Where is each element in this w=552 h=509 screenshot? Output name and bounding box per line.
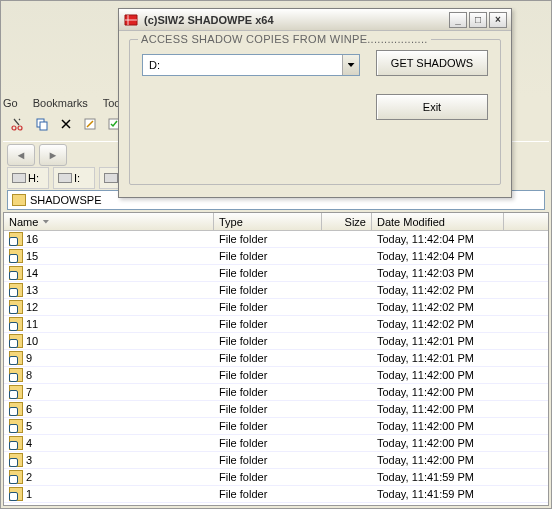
svg-point-1 bbox=[18, 126, 22, 130]
table-row[interactable]: 10File folderToday, 11:42:01 PM bbox=[4, 333, 548, 350]
file-date: Today, 11:41:59 PM bbox=[372, 471, 504, 483]
menu-go[interactable]: Go bbox=[3, 97, 18, 109]
file-rows: 16File folderToday, 11:42:04 PM15File fo… bbox=[4, 231, 548, 503]
table-row[interactable]: 7File folderToday, 11:42:00 PM bbox=[4, 384, 548, 401]
sort-desc-icon bbox=[42, 220, 49, 224]
dialog-groupbox: ACCESS SHADOW COPIES FROM WINPE.........… bbox=[129, 39, 501, 185]
file-name: 6 bbox=[26, 403, 32, 415]
table-row[interactable]: 2File folderToday, 11:41:59 PM bbox=[4, 469, 548, 486]
table-row[interactable]: 16File folderToday, 11:42:04 PM bbox=[4, 231, 548, 248]
file-date: Today, 11:42:00 PM bbox=[372, 454, 504, 466]
nav-forward-button[interactable]: ► bbox=[39, 144, 67, 166]
table-row[interactable]: 3File folderToday, 11:42:00 PM bbox=[4, 452, 548, 469]
table-row[interactable]: 4File folderToday, 11:42:00 PM bbox=[4, 435, 548, 452]
file-type: File folder bbox=[214, 335, 322, 347]
dialog-title: (c)SIW2 SHADOWPE x64 bbox=[144, 14, 447, 26]
file-name: 2 bbox=[26, 471, 32, 483]
folder-shortcut-icon bbox=[9, 470, 23, 484]
column-date[interactable]: Date Modified bbox=[372, 213, 504, 230]
get-shadows-button[interactable]: GET SHADOWS bbox=[376, 50, 488, 76]
copy-icon[interactable] bbox=[33, 115, 51, 133]
file-type: File folder bbox=[214, 437, 322, 449]
folder-shortcut-icon bbox=[9, 419, 23, 433]
table-row[interactable]: 5File folderToday, 11:42:00 PM bbox=[4, 418, 548, 435]
file-name: 11 bbox=[26, 318, 38, 330]
file-type: File folder bbox=[214, 352, 322, 364]
table-row[interactable]: 13File folderToday, 11:42:02 PM bbox=[4, 282, 548, 299]
file-date: Today, 11:42:00 PM bbox=[372, 420, 504, 432]
app-icon bbox=[123, 13, 139, 27]
file-date: Today, 11:42:00 PM bbox=[372, 403, 504, 415]
exit-button[interactable]: Exit bbox=[376, 94, 488, 120]
shadowpe-dialog: (c)SIW2 SHADOWPE x64 _ □ × ACCESS SHADOW… bbox=[118, 8, 512, 198]
folder-shortcut-icon bbox=[9, 232, 23, 246]
column-spacer bbox=[504, 213, 548, 230]
file-date: Today, 11:42:00 PM bbox=[372, 369, 504, 381]
file-name: 3 bbox=[26, 454, 32, 466]
folder-shortcut-icon bbox=[9, 300, 23, 314]
file-type: File folder bbox=[214, 369, 322, 381]
titlebar-buttons: _ □ × bbox=[447, 12, 507, 28]
drive-icon bbox=[104, 173, 118, 183]
table-row[interactable]: 1File folderToday, 11:41:59 PM bbox=[4, 486, 548, 503]
maximize-button[interactable]: □ bbox=[469, 12, 487, 28]
folder-shortcut-icon bbox=[9, 368, 23, 382]
table-row[interactable]: 14File folderToday, 11:42:03 PM bbox=[4, 265, 548, 282]
drive-combobox-button[interactable] bbox=[342, 55, 359, 75]
folder-shortcut-icon bbox=[9, 266, 23, 280]
file-type: File folder bbox=[214, 233, 322, 245]
file-type: File folder bbox=[214, 250, 322, 262]
close-button[interactable]: × bbox=[489, 12, 507, 28]
file-name: 15 bbox=[26, 250, 38, 262]
folder-icon bbox=[12, 194, 26, 206]
file-name: 1 bbox=[26, 488, 32, 500]
toolbar bbox=[9, 115, 123, 133]
column-size[interactable]: Size bbox=[322, 213, 372, 230]
file-type: File folder bbox=[214, 301, 322, 313]
dialog-titlebar[interactable]: (c)SIW2 SHADOWPE x64 _ □ × bbox=[119, 9, 511, 31]
table-row[interactable]: 6File folderToday, 11:42:00 PM bbox=[4, 401, 548, 418]
cut-icon[interactable] bbox=[9, 115, 27, 133]
file-date: Today, 11:42:01 PM bbox=[372, 352, 504, 364]
file-date: Today, 11:42:04 PM bbox=[372, 250, 504, 262]
file-name: 10 bbox=[26, 335, 38, 347]
nav-back-button[interactable]: ◄ bbox=[7, 144, 35, 166]
nav-buttons: ◄ ► bbox=[7, 144, 67, 166]
file-name: 4 bbox=[26, 437, 32, 449]
minimize-button[interactable]: _ bbox=[449, 12, 467, 28]
file-name: 8 bbox=[26, 369, 32, 381]
properties-icon[interactable] bbox=[81, 115, 99, 133]
svg-rect-3 bbox=[40, 122, 47, 130]
file-date: Today, 11:42:00 PM bbox=[372, 437, 504, 449]
folder-shortcut-icon bbox=[9, 317, 23, 331]
drive-i-button[interactable]: I: bbox=[53, 167, 95, 189]
file-type: File folder bbox=[214, 454, 322, 466]
file-date: Today, 11:42:04 PM bbox=[372, 233, 504, 245]
file-date: Today, 11:42:02 PM bbox=[372, 301, 504, 313]
drive-combobox-value: D: bbox=[143, 59, 342, 71]
column-type[interactable]: Type bbox=[214, 213, 322, 230]
file-type: File folder bbox=[214, 420, 322, 432]
drive-h-button[interactable]: H: bbox=[7, 167, 49, 189]
folder-shortcut-icon bbox=[9, 249, 23, 263]
file-name: 14 bbox=[26, 267, 38, 279]
drive-combobox[interactable]: D: bbox=[142, 54, 360, 76]
table-row[interactable]: 11File folderToday, 11:42:02 PM bbox=[4, 316, 548, 333]
file-list: Name Type Size Date Modified 16File fold… bbox=[3, 212, 549, 506]
drive-label: I: bbox=[74, 172, 80, 184]
delete-icon[interactable] bbox=[57, 115, 75, 133]
drive-label: H: bbox=[28, 172, 39, 184]
file-date: Today, 11:42:02 PM bbox=[372, 284, 504, 296]
table-row[interactable]: 8File folderToday, 11:42:00 PM bbox=[4, 367, 548, 384]
table-row[interactable]: 15File folderToday, 11:42:04 PM bbox=[4, 248, 548, 265]
column-name-label: Name bbox=[9, 216, 38, 228]
file-date: Today, 11:42:03 PM bbox=[372, 267, 504, 279]
file-name: 5 bbox=[26, 420, 32, 432]
table-row[interactable]: 9File folderToday, 11:42:01 PM bbox=[4, 350, 548, 367]
table-row[interactable]: 12File folderToday, 11:42:02 PM bbox=[4, 299, 548, 316]
menu-bookmarks[interactable]: Bookmarks bbox=[33, 97, 88, 109]
file-name: 9 bbox=[26, 352, 32, 364]
column-name[interactable]: Name bbox=[4, 213, 214, 230]
file-name: 7 bbox=[26, 386, 32, 398]
file-name: 12 bbox=[26, 301, 38, 313]
